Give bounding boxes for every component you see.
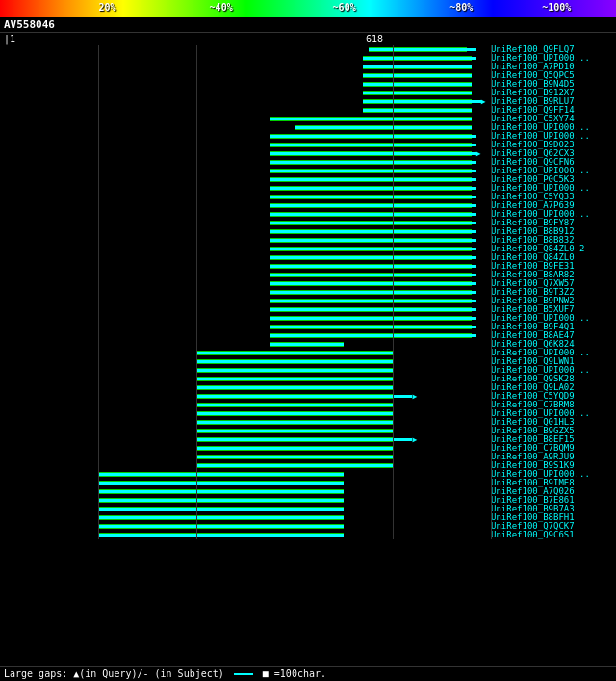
row-label: UniRef100_Q7XW57 bbox=[491, 279, 616, 288]
row-label: UniRef100_B5XUF7 bbox=[491, 305, 616, 314]
cyan-bar bbox=[270, 326, 476, 328]
table-row: UniRef100_B9PNW2 bbox=[0, 297, 616, 305]
arrow-right-icon: ▶ bbox=[412, 392, 417, 401]
footer: Large gaps: ▲(in Query)/- (in Subject) ■… bbox=[0, 666, 616, 681]
cyan-bar bbox=[270, 317, 476, 320]
table-row: UniRef100_Q9CFN6 bbox=[0, 158, 616, 167]
table-row: UniRef100_C7BQM9 bbox=[0, 444, 616, 453]
table-row: UniRef100_UPI000... bbox=[0, 132, 616, 141]
table-row: UniRef100_B9B7A3 bbox=[0, 505, 616, 513]
row-label: UniRef100_B9B7A3 bbox=[491, 505, 616, 513]
table-row: UniRef100_B8AR82 bbox=[0, 271, 616, 279]
cyan-bar bbox=[363, 83, 471, 86]
table-row: UniRef100_A7PD10 bbox=[0, 63, 616, 71]
row-label: UniRef100_Q9FLQ7 bbox=[491, 45, 616, 54]
row-label: UniRef100_Q9SK28 bbox=[491, 375, 616, 383]
row-label: UniRef100_UPI000... bbox=[491, 123, 616, 132]
table-row: UniRef100_A7Q026 bbox=[0, 487, 616, 496]
row-label: UniRef100_B912X7 bbox=[491, 89, 616, 97]
table-row: UniRef100_B9IME8 bbox=[0, 479, 616, 487]
row-label: UniRef100_UPI000... bbox=[491, 210, 616, 219]
cyan-bar bbox=[270, 265, 476, 268]
gradient-header: 20% ~40% ~60% ~80% ~100% bbox=[0, 0, 616, 17]
row-label: UniRef100_B9PNW2 bbox=[491, 297, 616, 305]
cyan-bar bbox=[369, 48, 476, 51]
cyan-bar bbox=[270, 222, 476, 224]
row-label: UniRef100_Q84ZL0 bbox=[491, 253, 616, 262]
table-row: UniRef100_B8AE47 bbox=[0, 331, 616, 340]
row-label: UniRef100_B8BFH1 bbox=[491, 513, 616, 522]
table-row: UniRef100_B9F4Q1 bbox=[0, 323, 616, 331]
row-label: UniRef100_Q7QCK7 bbox=[491, 522, 616, 531]
row-label: UniRef100_B8EF15 bbox=[491, 435, 616, 444]
cyan-bar bbox=[98, 516, 344, 519]
cyan-bar bbox=[270, 161, 476, 164]
table-row: ▶UniRef100_C5YQD9 bbox=[0, 392, 616, 401]
hit-count: 618 bbox=[366, 34, 383, 44]
cyan-bar bbox=[270, 152, 476, 155]
legend-line bbox=[234, 673, 253, 675]
arrow-right-icon: ▶ bbox=[412, 435, 417, 444]
cyan-bar bbox=[270, 239, 476, 242]
row-label: UniRef100_Q5QPC5 bbox=[491, 71, 616, 80]
title-bar: AV558046 bbox=[0, 17, 616, 33]
row-label: UniRef100_C7BRM8 bbox=[491, 401, 616, 409]
table-row: UniRef100_B5XUF7 bbox=[0, 305, 616, 314]
table-row: UniRef100_A9RJU9 bbox=[0, 453, 616, 461]
table-row: UniRef100_UPI000... bbox=[0, 184, 616, 193]
row-label: UniRef100_B8B912 bbox=[491, 227, 616, 236]
table-row: UniRef100_B9N4D5 bbox=[0, 80, 616, 89]
cyan-bar bbox=[363, 100, 480, 103]
cyan-bar bbox=[98, 482, 344, 485]
table-row: UniRef100_Q7QCK7 bbox=[0, 522, 616, 531]
table-row: UniRef100_B7E861 bbox=[0, 496, 616, 505]
table-row: UniRef100_UPI000... bbox=[0, 54, 616, 63]
row-label: UniRef100_B9S1K9 bbox=[491, 461, 616, 470]
table-row: UniRef100_B9D023 bbox=[0, 141, 616, 149]
arrow-right-icon: ▶ bbox=[476, 149, 481, 158]
table-row: UniRef100_UPI000... bbox=[0, 409, 616, 418]
table-row: UniRef100_B8BFH1 bbox=[0, 513, 616, 522]
row-label: UniRef100_UPI000... bbox=[491, 409, 616, 418]
row-label: UniRef100_UPI000... bbox=[491, 314, 616, 323]
row-label: UniRef100_B9IME8 bbox=[491, 479, 616, 487]
row-label: UniRef100_UPI000... bbox=[491, 167, 616, 175]
row-label: UniRef100_B9F4Q1 bbox=[491, 323, 616, 331]
row-label: UniRef100_B9FY87 bbox=[491, 219, 616, 227]
row-label: UniRef100_B9FE31 bbox=[491, 262, 616, 271]
pct-label-20: 20% bbox=[98, 2, 116, 13]
cyan-bar bbox=[270, 144, 476, 146]
table-row: UniRef100_B912X7 bbox=[0, 89, 616, 97]
pct-label-100: ~100% bbox=[542, 2, 571, 13]
cyan-bar bbox=[196, 369, 393, 372]
table-row: UniRef100_Q5QPC5 bbox=[0, 71, 616, 80]
row-label: UniRef100_UPI000... bbox=[491, 470, 616, 479]
table-row: UniRef100_C5XY74 bbox=[0, 115, 616, 123]
cyan-bar bbox=[196, 360, 393, 363]
cyan-bar bbox=[270, 282, 476, 285]
cyan-bar bbox=[270, 308, 476, 311]
table-row: UniRef100_Q9LA02 bbox=[0, 383, 616, 392]
cyan-bar bbox=[363, 74, 471, 77]
row-label: UniRef100_A9RJU9 bbox=[491, 453, 616, 461]
table-row: ▶UniRef100_Q62CX3 bbox=[0, 149, 616, 158]
table-row: UniRef100_UPI000... bbox=[0, 167, 616, 175]
cyan-bar bbox=[270, 334, 476, 337]
cyan-bar bbox=[270, 196, 476, 198]
table-row: UniRef100_Q01HL3 bbox=[0, 418, 616, 427]
table-row: UniRef100_Q84ZL0 bbox=[0, 253, 616, 262]
table-row: UniRef100_C7BRM8 bbox=[0, 401, 616, 409]
cyan-bar bbox=[270, 230, 476, 233]
cyan-bar bbox=[270, 187, 476, 190]
table-row: UniRef100_Q9FF14 bbox=[0, 106, 616, 115]
row-label: UniRef100_Q01HL3 bbox=[491, 418, 616, 427]
cyan-bar bbox=[363, 65, 471, 68]
cyan-bar bbox=[98, 525, 344, 528]
cyan-bar bbox=[270, 213, 476, 216]
table-row: UniRef100_B9FY87 bbox=[0, 219, 616, 227]
cyan-bar bbox=[196, 456, 393, 458]
table-row: UniRef100_B9S1K9 bbox=[0, 461, 616, 470]
cyan-bar bbox=[98, 508, 344, 511]
table-row: UniRef100_P0C5K3 bbox=[0, 175, 616, 184]
cyan-bar bbox=[270, 118, 472, 120]
